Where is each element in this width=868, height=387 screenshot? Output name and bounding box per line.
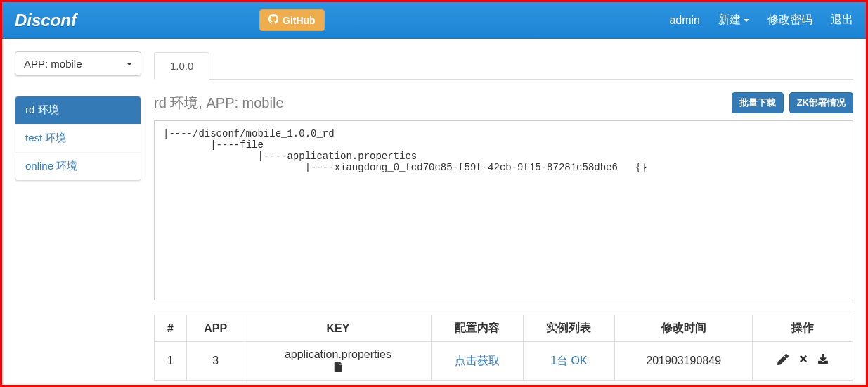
- delete-icon[interactable]: [798, 354, 808, 368]
- github-button[interactable]: GitHub: [259, 9, 325, 31]
- key-name: application.properties: [285, 348, 391, 360]
- col-mtime: 修改时间: [615, 315, 753, 342]
- zk-deploy-button[interactable]: ZK部署情况: [789, 92, 853, 113]
- cell-content: 点击获取: [432, 342, 523, 381]
- fetch-content-link[interactable]: 点击获取: [455, 355, 500, 367]
- brand[interactable]: Disconf: [15, 11, 77, 30]
- batch-download-button[interactable]: 批量下载: [732, 92, 784, 113]
- nav-change-password[interactable]: 修改密码: [767, 13, 812, 27]
- col-key: KEY: [245, 315, 432, 342]
- cell-index: 1: [155, 342, 187, 381]
- nav-new[interactable]: 新建: [718, 13, 749, 27]
- table-header-row: # APP KEY 配置内容 实例列表 修改时间 操作: [155, 315, 853, 342]
- download-icon[interactable]: [818, 354, 828, 368]
- col-index: #: [155, 315, 187, 342]
- navbar: Disconf GitHub admin 新建 修改密码 退出: [2, 2, 866, 39]
- app-selector-label: APP: mobile: [24, 58, 82, 70]
- edit-icon[interactable]: [777, 354, 789, 368]
- tabs: 1.0.0: [154, 51, 853, 80]
- cell-app: 3: [186, 342, 245, 381]
- github-label: GitHub: [283, 15, 316, 26]
- main-content: 1.0.0 rd 环境, APP: mobile 批量下载 ZK部署情况 |--…: [154, 51, 853, 381]
- github-icon: [268, 14, 278, 26]
- nav-admin[interactable]: admin: [669, 14, 700, 27]
- table-row: 1 3 application.properties 点击获取 1台 OK 20…: [155, 342, 853, 381]
- tab-version[interactable]: 1.0.0: [154, 52, 209, 80]
- zk-tree: |----/disconf/mobile_1.0.0_rd |----file …: [154, 120, 853, 300]
- env-item-test[interactable]: test 环境: [15, 125, 141, 153]
- cell-instances: 1台 OK: [523, 342, 614, 381]
- config-table: # APP KEY 配置内容 实例列表 修改时间 操作 1 3 applicat…: [154, 315, 853, 381]
- env-list: rd 环境 test 环境 online 环境: [15, 96, 141, 181]
- col-instances: 实例列表: [523, 315, 614, 342]
- cell-ops: [753, 342, 853, 381]
- page-heading: rd 环境, APP: mobile: [154, 94, 284, 113]
- chevron-down-icon: [744, 19, 749, 22]
- app-selector-dropdown[interactable]: APP: mobile: [15, 51, 141, 76]
- chevron-down-icon: [127, 63, 132, 65]
- col-content: 配置内容: [432, 315, 523, 342]
- env-item-online[interactable]: online 环境: [15, 153, 141, 180]
- col-app: APP: [186, 315, 245, 342]
- nav-right: admin 新建 修改密码 退出: [669, 13, 853, 27]
- cell-key: application.properties: [245, 342, 432, 381]
- instances-link[interactable]: 1台 OK: [550, 355, 587, 367]
- sidebar: APP: mobile rd 环境 test 环境 online 环境: [15, 51, 141, 381]
- env-item-rd[interactable]: rd 环境: [15, 96, 141, 125]
- nav-logout[interactable]: 退出: [831, 13, 853, 27]
- cell-mtime: 201903190849: [615, 342, 753, 381]
- file-icon: [334, 363, 342, 374]
- col-ops: 操作: [753, 315, 853, 342]
